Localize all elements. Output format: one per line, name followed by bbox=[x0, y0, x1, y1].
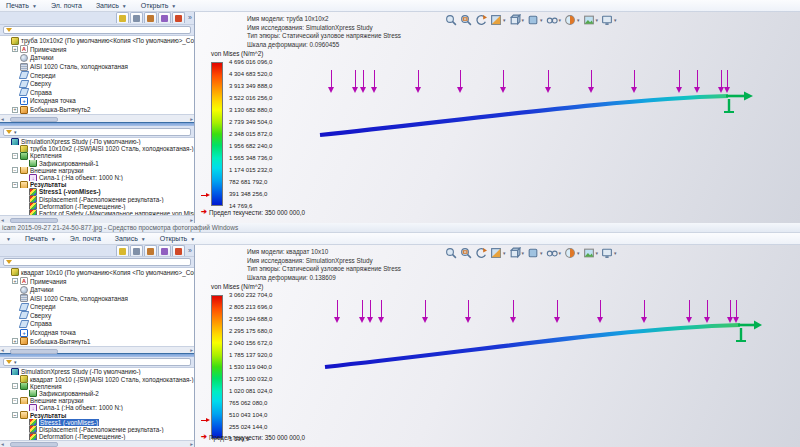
partial-menu-chevron-icon[interactable]: ▼ bbox=[6, 236, 11, 242]
tree-row[interactable]: + Бобышка-Вытянуть2 bbox=[0, 105, 194, 114]
tab-dimxpertmanager[interactable] bbox=[158, 245, 171, 256]
tree-row[interactable]: Deformation (-Перемещение-) bbox=[0, 203, 194, 210]
email-button[interactable]: Эл. почта bbox=[51, 2, 82, 9]
graphics-viewport[interactable]: Имя модели: труба 10x10x2Имя исследовани… bbox=[195, 12, 800, 223]
panel-collapse-chevron[interactable]: » bbox=[188, 14, 192, 21]
scroll-right-icon[interactable]: ▸ bbox=[190, 441, 193, 447]
tab-featuremanager[interactable] bbox=[116, 245, 129, 256]
tree-row[interactable]: Датчики bbox=[0, 54, 194, 63]
tree-row[interactable]: Сила-1 (:На объект: 1000 N:) bbox=[0, 404, 194, 411]
tree-row[interactable]: SimulationXpress Study (-По умолчанию-) bbox=[0, 138, 194, 145]
tree-row[interactable]: AISI 1020 Сталь, холоднокатаная bbox=[0, 62, 194, 71]
tree-row[interactable]: Исходная точка bbox=[0, 328, 194, 337]
tree-row[interactable]: Исходная точка bbox=[0, 97, 194, 106]
study-filter-input[interactable]: ▾ bbox=[3, 128, 191, 136]
tree-row[interactable]: Сила-1 (:На объект: 1000 N:) bbox=[0, 174, 194, 181]
photo-viewer-window-1: Печать▼ Эл. почта Запись▼ Открыть▼ » bbox=[0, 0, 800, 223]
expand-toggle[interactable]: + bbox=[12, 338, 18, 344]
tree-row[interactable]: − Крепления bbox=[0, 152, 194, 159]
expand-toggle[interactable]: − bbox=[12, 182, 18, 188]
scrollbar-thumb[interactable] bbox=[10, 218, 58, 223]
print-button[interactable]: Печать▼ bbox=[25, 235, 56, 242]
tree-filter-input[interactable] bbox=[3, 26, 191, 34]
scroll-right-icon[interactable]: ▸ bbox=[190, 347, 193, 353]
chevron-down-icon[interactable]: ▼ bbox=[32, 3, 37, 9]
tree-row[interactable]: Зафиксированный-2 bbox=[0, 390, 194, 397]
tree-row[interactable]: квадрат 10x10 (По умолчанию<Копия <По ум… bbox=[0, 268, 194, 277]
tree-row[interactable]: Справа bbox=[0, 88, 194, 97]
tab-configurationmanager[interactable] bbox=[144, 12, 157, 23]
email-button[interactable]: Эл. почта bbox=[70, 235, 101, 242]
scrollbar-thumb[interactable] bbox=[10, 117, 58, 122]
tree-row[interactable]: − Результаты bbox=[0, 181, 194, 188]
tree-row[interactable]: AISI 1020 Сталь, холоднокатаная bbox=[0, 294, 194, 303]
tree-row[interactable]: + Примечания bbox=[0, 45, 194, 54]
tab-featuremanager[interactable] bbox=[116, 12, 129, 23]
expand-toggle[interactable]: − bbox=[12, 153, 18, 159]
tree-row[interactable]: Зафиксированный-1 bbox=[0, 160, 194, 167]
horizontal-scrollbar[interactable]: ◂▸ bbox=[0, 114, 194, 122]
tree-row[interactable]: Stress1 (-vonMises-) bbox=[0, 188, 194, 195]
tree-row[interactable]: труба 10x10x2 (-[SW]AISI 1020 Сталь, хол… bbox=[0, 145, 194, 152]
tree-row[interactable]: квадрат 10x10 (-[SW]AISI 1020 Сталь, хол… bbox=[0, 375, 194, 382]
tree-row[interactable]: Deformation (-Перемещение-) bbox=[0, 433, 194, 440]
tree-row[interactable]: + Примечания bbox=[0, 277, 194, 286]
open-button[interactable]: Открыть▼ bbox=[141, 2, 176, 9]
expand-toggle[interactable]: − bbox=[12, 398, 18, 404]
horizontal-scrollbar[interactable]: ◂▸ bbox=[0, 440, 194, 447]
print-button[interactable]: Печать▼ bbox=[6, 2, 37, 9]
expand-toggle[interactable]: + bbox=[12, 278, 18, 284]
tree-row[interactable]: − Внешние нагрузки bbox=[0, 167, 194, 174]
tab-propertymanager[interactable] bbox=[130, 12, 143, 23]
scroll-left-icon[interactable]: ◂ bbox=[1, 217, 4, 223]
horizontal-scrollbar[interactable]: ◂▸ bbox=[0, 215, 194, 223]
tree-filter-input[interactable] bbox=[3, 258, 191, 266]
expand-toggle[interactable]: + bbox=[12, 46, 18, 52]
tree-row[interactable]: − Результаты bbox=[0, 411, 194, 418]
expand-toggle[interactable]: + bbox=[12, 107, 18, 113]
tree-row[interactable]: SimulationXpress Study (-По умолчанию-) bbox=[0, 368, 194, 375]
scroll-left-icon[interactable]: ◂ bbox=[1, 116, 4, 122]
tree-row[interactable]: Датчики bbox=[0, 285, 194, 294]
chevron-down-icon[interactable]: ▼ bbox=[122, 3, 127, 9]
window-title[interactable]: icam 2015-09-27 21-24-50-877.jpg - Средс… bbox=[0, 223, 800, 233]
tree-row[interactable]: Спереди bbox=[0, 303, 194, 312]
tab-propertymanager[interactable] bbox=[130, 245, 143, 256]
horizontal-scrollbar[interactable]: ◂▸ bbox=[0, 346, 194, 353]
load-arrow-icon bbox=[641, 300, 648, 324]
tree-row[interactable]: Спереди bbox=[0, 71, 194, 80]
chevron-down-icon[interactable]: ▼ bbox=[51, 236, 56, 242]
scroll-right-icon[interactable]: ▸ bbox=[190, 116, 193, 122]
tree-row[interactable]: Displacement (-Расположение результата-) bbox=[0, 426, 194, 433]
tree-row[interactable]: Сверху bbox=[0, 79, 194, 88]
tab-dimxpertmanager[interactable] bbox=[158, 12, 171, 23]
tab-displaymanager[interactable] bbox=[172, 245, 185, 256]
tree-row[interactable]: + Бобышка-Вытянуть1 bbox=[0, 337, 194, 346]
tree-row[interactable]: Stress1 (-vonMises-) bbox=[0, 419, 194, 426]
tab-displaymanager[interactable] bbox=[172, 12, 185, 23]
chevron-down-icon[interactable]: ▼ bbox=[190, 236, 195, 242]
tab-configurationmanager[interactable] bbox=[144, 245, 157, 256]
expand-toggle[interactable]: − bbox=[12, 412, 18, 418]
burn-button[interactable]: Запись▼ bbox=[96, 2, 127, 9]
expand-toggle[interactable]: − bbox=[12, 167, 18, 173]
chevron-down-icon[interactable]: ▼ bbox=[141, 236, 146, 242]
study-filter-input[interactable]: ▾ bbox=[3, 358, 191, 366]
panel-collapse-chevron[interactable]: » bbox=[188, 247, 192, 254]
scrollbar-thumb[interactable] bbox=[10, 349, 58, 354]
tree-row[interactable]: − Внешние нагрузки bbox=[0, 397, 194, 404]
scroll-left-icon[interactable]: ◂ bbox=[1, 347, 4, 353]
tree-row[interactable]: − Крепления bbox=[0, 383, 194, 390]
scrollbar-thumb[interactable] bbox=[10, 442, 58, 447]
chevron-down-icon[interactable]: ▼ bbox=[171, 3, 176, 9]
graphics-viewport[interactable]: Имя модели: квадрат 10x10Имя исследовани… bbox=[195, 245, 800, 447]
scroll-right-icon[interactable]: ▸ bbox=[190, 217, 193, 223]
expand-toggle[interactable]: − bbox=[12, 383, 18, 389]
tree-row[interactable]: Displacement (-Расположение результата-) bbox=[0, 196, 194, 203]
burn-button[interactable]: Запись▼ bbox=[115, 235, 146, 242]
tree-row[interactable]: Сверху bbox=[0, 311, 194, 320]
open-button[interactable]: Открыть▼ bbox=[160, 235, 195, 242]
tree-row[interactable]: Справа bbox=[0, 320, 194, 329]
tree-row[interactable]: труба 10x10x2 (По умолчанию<Копия <По ум… bbox=[0, 36, 194, 45]
scroll-left-icon[interactable]: ◂ bbox=[1, 441, 4, 447]
